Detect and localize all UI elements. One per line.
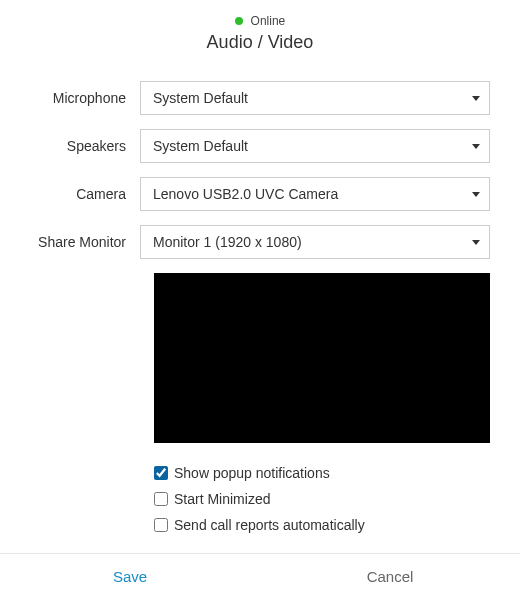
microphone-select[interactable]: System Default [140,81,490,115]
popup-notifications-label: Show popup notifications [174,465,330,481]
popup-notifications-checkbox[interactable] [154,466,168,480]
status-row: Online [30,12,490,28]
save-button[interactable]: Save [0,554,260,599]
microphone-label: Microphone [30,90,140,106]
start-minimized-label: Start Minimized [174,491,270,507]
page-title: Audio / Video [30,32,490,53]
send-reports-label: Send call reports automatically [174,517,365,533]
start-minimized-row[interactable]: Start Minimized [154,491,490,507]
speakers-value: System Default [153,138,248,154]
share-monitor-label: Share Monitor [30,234,140,250]
camera-label: Camera [30,186,140,202]
popup-notifications-row[interactable]: Show popup notifications [154,465,490,481]
send-reports-row[interactable]: Send call reports automatically [154,517,490,533]
start-minimized-checkbox[interactable] [154,492,168,506]
speakers-label: Speakers [30,138,140,154]
status-label: Online [251,14,286,28]
microphone-value: System Default [153,90,248,106]
speakers-select[interactable]: System Default [140,129,490,163]
camera-select[interactable]: Lenovo USB2.0 UVC Camera [140,177,490,211]
share-monitor-select[interactable]: Monitor 1 (1920 x 1080) [140,225,490,259]
online-status-icon [235,17,243,25]
camera-value: Lenovo USB2.0 UVC Camera [153,186,338,202]
send-reports-checkbox[interactable] [154,518,168,532]
cancel-button[interactable]: Cancel [260,554,520,599]
footer: Save Cancel [0,553,520,599]
share-monitor-value: Monitor 1 (1920 x 1080) [153,234,302,250]
camera-preview [154,273,490,443]
